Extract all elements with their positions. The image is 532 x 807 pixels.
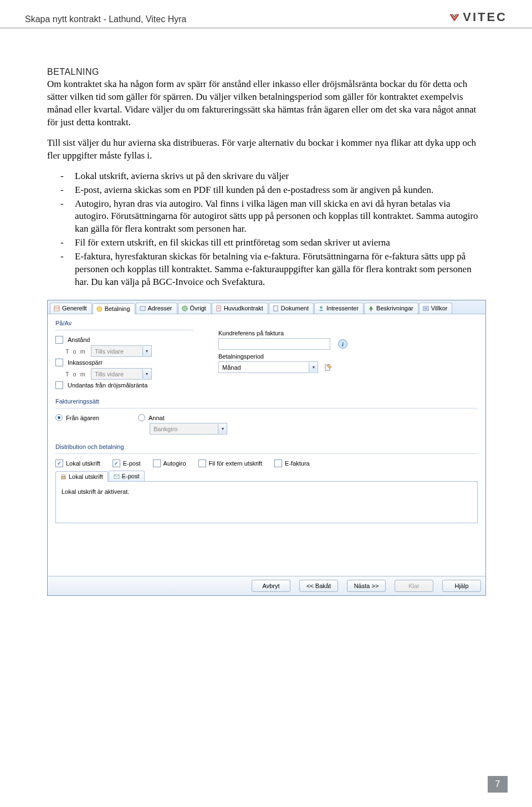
extern-checkbox[interactable] <box>198 459 206 467</box>
tabstrip: Generellt Betalning Adresser Övrigt Huvu… <box>48 300 485 314</box>
subtab-lokal-utskrift[interactable]: Lokal utskrift <box>55 471 108 482</box>
subtab-label: Lokal utskrift <box>69 473 103 480</box>
tab-villkor[interactable]: Villkor <box>419 303 453 314</box>
svg-rect-5 <box>274 305 278 310</box>
distribution-subtabs: Lokal utskrift E-post <box>55 471 478 482</box>
avbryt-button[interactable]: Avbryt <box>252 580 290 592</box>
tab-betalning[interactable]: Betalning <box>93 303 135 314</box>
svg-rect-0 <box>54 305 59 310</box>
betalningsperiod-dropdown[interactable]: Månad ▾ <box>218 361 318 373</box>
page-header: Skapa nytt kontrakt - Lathund, Vitec Hyr… <box>0 0 532 28</box>
anstand-tom-dropdown[interactable]: Tills vidare ▾ <box>91 345 152 357</box>
chevron-down-icon: ▾ <box>142 369 151 379</box>
tab-label: Villkor <box>431 305 448 311</box>
vitec-logo-text: VITEC <box>463 10 507 24</box>
extern-label: Fil för extern utskrift <box>209 460 263 467</box>
svg-rect-7 <box>371 309 372 311</box>
group-pa-av: På/Av Anstånd T o m Tills vidare ▾ <box>55 320 194 389</box>
svg-rect-10 <box>62 476 65 479</box>
contract-icon <box>216 305 222 311</box>
hjalp-button[interactable]: Hjälp <box>442 580 481 592</box>
svg-rect-8 <box>423 306 428 310</box>
body-paragraph-1: Om kontraktet ska ha någon form av spärr… <box>47 78 485 129</box>
efaktura-label: E-faktura <box>285 460 310 467</box>
info-icon[interactable]: i <box>338 339 347 349</box>
svg-point-6 <box>320 306 323 309</box>
group-distribution: Distribution och betalning Lokal utskrif… <box>55 443 478 523</box>
svg-point-1 <box>97 306 102 311</box>
vitec-mark-icon <box>449 12 459 22</box>
tab-dokument[interactable]: Dokument <box>269 303 314 314</box>
anstand-checkbox[interactable] <box>55 336 63 344</box>
tab-beskrivningar[interactable]: Beskrivningar <box>364 303 418 314</box>
inkasso-tom-dropdown[interactable]: Tills vidare ▾ <box>91 368 152 380</box>
list-item: E-faktura, hyresfakturan skickas för bet… <box>60 251 485 289</box>
bakat-button[interactable]: << Bakåt <box>299 580 338 592</box>
betalperiod-label: Betalningsperiod <box>218 353 478 360</box>
list-icon <box>423 305 429 311</box>
svg-rect-11 <box>62 474 65 476</box>
undantas-label: Undantas från dröjsmålsränta <box>68 382 147 389</box>
svg-rect-2 <box>140 306 145 310</box>
tab-adresser[interactable]: Adresser <box>136 303 177 314</box>
subtab-epost[interactable]: E-post <box>109 471 145 481</box>
tab-ovrigt[interactable]: Övrigt <box>178 303 211 314</box>
tab-label: Intressenter <box>326 305 359 311</box>
sheet-icon <box>54 305 60 311</box>
tab-label: Betalning <box>105 305 130 312</box>
group-title: Distribution och betalning <box>55 443 478 450</box>
bullet-list: Lokal utskrift, avierna skrivs ut på den… <box>60 170 485 289</box>
anstand-label: Anstånd <box>68 336 90 343</box>
group-faktureringssatt: Faktureringssätt Från ägaren Annat <box>55 398 478 435</box>
list-item: Lokal utskrift, avierna skrivs ut på den… <box>60 170 485 183</box>
svg-point-3 <box>182 305 187 310</box>
dropdown-value: Tills vidare <box>91 348 142 355</box>
undantas-checkbox[interactable] <box>55 381 63 389</box>
tab-huvudkontrakt[interactable]: Huvudkontrakt <box>212 303 268 314</box>
fran-agaren-label: Från ägaren <box>66 415 99 421</box>
document-icon <box>273 305 279 311</box>
group-title: Faktureringssätt <box>55 398 478 405</box>
chevron-down-icon: ▾ <box>309 362 318 372</box>
klar-button: Klar <box>395 580 433 592</box>
tab-intressenter[interactable]: Intressenter <box>314 303 364 314</box>
distribution-status-text: Lokal utskrift är aktiverat. <box>62 488 129 495</box>
subtab-label: E-post <box>122 473 140 479</box>
lokal-utskrift-checkbox[interactable] <box>55 459 63 467</box>
fran-agaren-radio[interactable] <box>55 414 63 421</box>
tab-generellt[interactable]: Generellt <box>50 303 92 314</box>
dropdown-value: Månad <box>219 364 309 371</box>
tab-label: Huvudkontrakt <box>224 305 263 311</box>
kundref-label: Kundreferens på faktura <box>218 330 478 336</box>
autogiro-checkbox[interactable] <box>153 459 161 467</box>
wizard-window: Generellt Betalning Adresser Övrigt Huvu… <box>47 300 486 596</box>
group-title: På/Av <box>55 320 194 326</box>
mail-icon <box>114 473 120 479</box>
list-item: E-post, avierna skickas som en PDF till … <box>60 184 485 197</box>
person-icon <box>318 305 324 311</box>
list-item: Autogiro, hyran dras via autogiro. Val f… <box>60 198 485 236</box>
epost-label: E-post <box>123 460 141 467</box>
edit-icon[interactable] <box>323 362 334 373</box>
epost-checkbox[interactable] <box>112 459 120 467</box>
page-number: 7 <box>488 776 508 793</box>
page-title: Skapa nytt kontrakt - Lathund, Vitec Hyr… <box>25 14 186 24</box>
distribution-sub-pane: Lokal utskrift är aktiverat. <box>55 482 478 523</box>
lokal-label: Lokal utskrift <box>66 460 100 467</box>
annat-label: Annat <box>149 415 165 421</box>
autogiro-label: Autogiro <box>163 460 186 467</box>
dropdown-value: Bankgiro <box>150 426 218 432</box>
inkasso-checkbox[interactable] <box>55 359 63 366</box>
printer-icon <box>60 474 66 480</box>
divider <box>55 330 194 330</box>
nasta-button[interactable]: Nästa >> <box>347 580 386 592</box>
tree-icon <box>368 305 374 311</box>
kundref-input[interactable] <box>218 338 330 350</box>
annat-radio[interactable] <box>138 414 145 421</box>
bankgiro-dropdown[interactable]: Bankgiro ▾ <box>150 423 227 435</box>
tab-label: Adresser <box>148 305 172 311</box>
coin-icon <box>96 306 103 312</box>
efaktura-checkbox[interactable] <box>274 459 282 467</box>
section-heading: BETALNING <box>47 67 485 77</box>
globe-icon <box>182 305 188 311</box>
